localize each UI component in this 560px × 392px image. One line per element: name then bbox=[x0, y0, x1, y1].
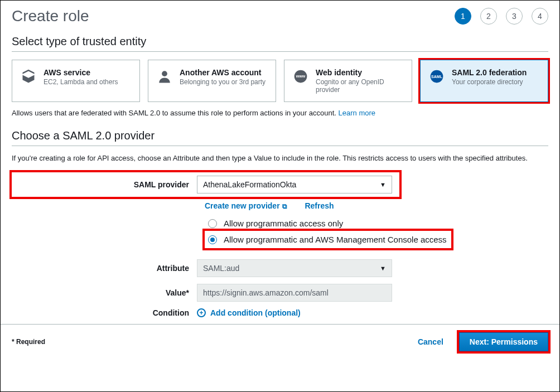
svg-text:SAML: SAML bbox=[431, 75, 443, 79]
value-label: Value* bbox=[12, 288, 197, 297]
entity-description: Allows users that are federated with SAM… bbox=[12, 109, 548, 117]
attribute-label: Attribute bbox=[12, 264, 197, 273]
next-permissions-button[interactable]: Next: Permissions bbox=[459, 332, 548, 351]
step-indicator: 1 2 3 4 bbox=[455, 8, 548, 25]
person-icon bbox=[156, 68, 173, 85]
condition-row: Condition + Add condition (optional) bbox=[12, 308, 548, 317]
step-2[interactable]: 2 bbox=[480, 8, 497, 25]
select-value: AthenaLakeFormationOkta bbox=[203, 180, 296, 189]
entity-card-web-identity[interactable]: www Web identity Cognito or any OpenID p… bbox=[284, 60, 412, 102]
chevron-down-icon: ▼ bbox=[380, 265, 386, 272]
entity-card-saml-federation[interactable]: SAML SAML 2.0 federation Your corporate … bbox=[420, 60, 548, 102]
learn-more-link[interactable]: Learn more bbox=[339, 109, 375, 117]
provider-links: Create new provider ⧉ Refresh bbox=[205, 201, 548, 210]
attribute-select: SAML:aud ▼ bbox=[197, 259, 392, 277]
add-condition-button[interactable]: + Add condition (optional) bbox=[197, 308, 548, 317]
page-title: Create role bbox=[12, 7, 89, 25]
cancel-button[interactable]: Cancel bbox=[418, 337, 443, 346]
card-title: AWS service bbox=[44, 68, 118, 77]
divider bbox=[12, 146, 548, 146]
choose-provider-desc: If you're creating a role for API access… bbox=[12, 154, 548, 162]
entity-type-cards: AWS service EC2, Lambda and others Anoth… bbox=[12, 60, 548, 102]
card-sub: Cognito or any OpenID provider bbox=[316, 78, 404, 94]
step-4[interactable]: 4 bbox=[532, 8, 548, 25]
plus-circle-icon: + bbox=[197, 308, 206, 317]
svg-text:www: www bbox=[296, 74, 306, 78]
value-input[interactable] bbox=[197, 284, 392, 302]
step-1: 1 bbox=[455, 8, 471, 25]
provider-label: SAML provider bbox=[12, 180, 197, 189]
radio-icon bbox=[208, 235, 217, 244]
saml-provider-select[interactable]: AthenaLakeFormationOkta ▼ bbox=[197, 176, 392, 193]
radio-icon bbox=[208, 219, 217, 228]
card-sub: Your corporate directory bbox=[452, 78, 527, 86]
radio-label: Allow programmatic access only bbox=[224, 219, 343, 228]
radio-programmatic-console[interactable]: Allow programmatic and AWS Management Co… bbox=[208, 233, 447, 246]
divider bbox=[12, 51, 548, 52]
footer-bar: * Required Cancel Next: Permissions bbox=[1, 324, 559, 357]
svg-point-0 bbox=[162, 71, 167, 76]
attribute-row: Attribute SAML:aud ▼ bbox=[12, 259, 548, 277]
provider-row: SAML provider AthenaLakeFormationOkta ▼ bbox=[12, 172, 399, 197]
provider-form: SAML provider AthenaLakeFormationOkta ▼ … bbox=[12, 172, 548, 317]
select-value: SAML:aud bbox=[203, 264, 239, 273]
section-entity-title: Select type of trusted entity bbox=[12, 35, 548, 48]
card-sub: Belonging to you or 3rd party bbox=[180, 78, 265, 86]
card-title: Another AWS account bbox=[180, 68, 265, 77]
card-title: SAML 2.0 federation bbox=[452, 68, 527, 77]
required-note: * Required bbox=[12, 338, 418, 346]
cube-icon bbox=[20, 68, 37, 85]
refresh-link[interactable]: Refresh bbox=[305, 201, 334, 210]
condition-label: Condition bbox=[12, 308, 197, 317]
choose-provider-title: Choose a SAML 2.0 provider bbox=[12, 129, 548, 142]
saml-icon: SAML bbox=[428, 68, 445, 85]
external-link-icon: ⧉ bbox=[282, 202, 287, 210]
card-title: Web identity bbox=[316, 68, 404, 77]
create-new-provider-link[interactable]: Create new provider ⧉ bbox=[205, 201, 289, 210]
entity-card-aws-service[interactable]: AWS service EC2, Lambda and others bbox=[12, 60, 140, 102]
www-icon: www bbox=[292, 68, 309, 85]
access-type-radios: Allow programmatic access only Allow pro… bbox=[12, 217, 548, 248]
radio-programmatic-only[interactable]: Allow programmatic access only bbox=[208, 217, 548, 230]
entity-card-aws-account[interactable]: Another AWS account Belonging to you or … bbox=[148, 60, 276, 102]
chevron-down-icon: ▼ bbox=[380, 181, 386, 188]
radio-label: Allow programmatic and AWS Management Co… bbox=[224, 235, 447, 244]
card-sub: EC2, Lambda and others bbox=[44, 78, 118, 86]
value-row: Value* bbox=[12, 284, 548, 302]
step-3[interactable]: 3 bbox=[506, 8, 523, 25]
